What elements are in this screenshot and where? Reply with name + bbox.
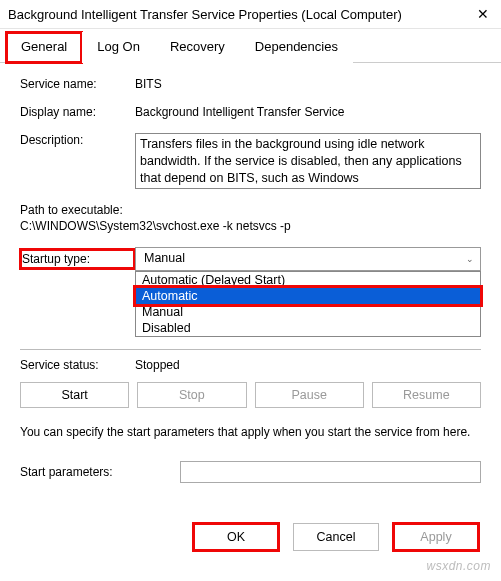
description-textbox[interactable]: Transfers files in the background using … [135,133,481,189]
window-title: Background Intelligent Transfer Service … [8,7,402,22]
label-service-status: Service status: [20,358,135,372]
row-service-name: Service name: BITS [20,77,481,91]
label-display-name: Display name: [20,105,135,119]
label-service-name: Service name: [20,77,135,91]
start-params-note: You can specify the start parameters tha… [20,424,481,441]
option-manual[interactable]: Manual [136,304,480,320]
option-automatic-delayed[interactable]: Automatic (Delayed Start) [136,272,480,288]
divider [20,349,481,350]
value-service-name: BITS [135,77,481,91]
start-button[interactable]: Start [20,382,129,408]
startup-type-value: Manual [144,251,185,265]
value-display-name: Background Intelligent Transfer Service [135,105,481,119]
row-startup-type: Startup type: Manual ⌄ Automatic (Delaye… [20,247,481,271]
row-description: Description: Transfers files in the back… [20,133,481,189]
stop-button: Stop [137,382,246,408]
tab-recovery[interactable]: Recovery [155,32,240,63]
close-icon[interactable]: ✕ [475,6,491,22]
startup-type-select[interactable]: Manual ⌄ [135,247,481,271]
label-start-params: Start parameters: [20,465,180,479]
path-block: Path to executable: C:\WINDOWS\System32\… [20,203,481,233]
start-params-input[interactable] [180,461,481,483]
label-startup-type: Startup type: [20,249,135,269]
tab-general[interactable]: General [6,32,82,63]
tab-dependencies[interactable]: Dependencies [240,32,353,63]
row-start-params: Start parameters: [20,461,481,483]
resume-button: Resume [372,382,481,408]
chevron-down-icon: ⌄ [466,254,474,264]
row-service-status: Service status: Stopped [20,358,481,372]
service-control-buttons: Start Stop Pause Resume [20,382,481,408]
option-disabled[interactable]: Disabled [136,320,480,336]
apply-button[interactable]: Apply [393,523,479,551]
dialog-footer: OK Cancel Apply [0,523,501,551]
cancel-button[interactable]: Cancel [293,523,379,551]
row-display-name: Display name: Background Intelligent Tra… [20,105,481,119]
titlebar: Background Intelligent Transfer Service … [0,0,501,29]
pause-button: Pause [255,382,364,408]
startup-type-select-wrap: Manual ⌄ Automatic (Delayed Start) Autom… [135,247,481,271]
label-path: Path to executable: [20,203,481,217]
tab-logon[interactable]: Log On [82,32,155,63]
option-automatic[interactable]: Automatic [136,288,480,304]
label-description: Description: [20,133,135,147]
value-path: C:\WINDOWS\System32\svchost.exe -k netsv… [20,219,481,233]
tab-panel-general: Service name: BITS Display name: Backgro… [0,63,501,501]
watermark: wsxdn.com [426,559,491,573]
startup-type-dropdown: Automatic (Delayed Start) Automatic Manu… [135,271,481,337]
tab-strip: General Log On Recovery Dependencies [0,31,501,63]
ok-button[interactable]: OK [193,523,279,551]
value-service-status: Stopped [135,358,180,372]
